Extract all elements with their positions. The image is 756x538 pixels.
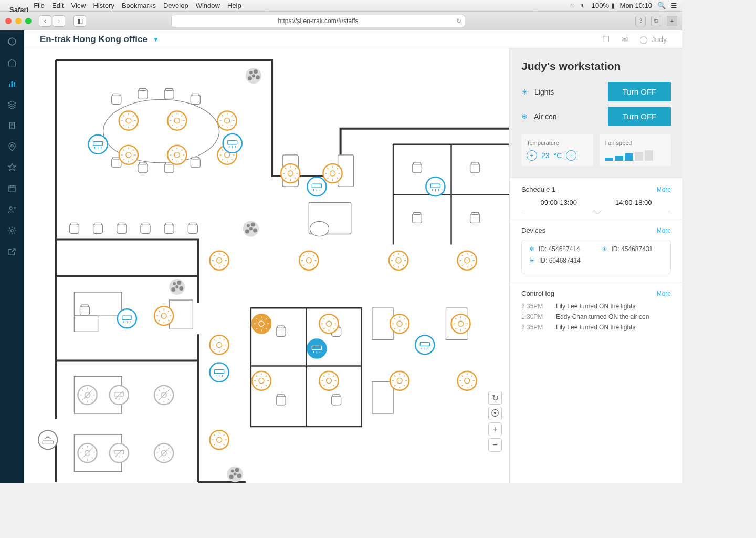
logo-icon[interactable]	[6, 36, 18, 47]
share-button[interactable]: ⇪	[635, 16, 646, 26]
clipboard-icon[interactable]	[6, 120, 18, 131]
calendar-icon[interactable]	[6, 183, 18, 194]
new-tab-button[interactable]: +	[667, 16, 677, 26]
device-item[interactable]: ☀ID: 604687414	[529, 257, 663, 264]
light-icon[interactable]	[390, 315, 409, 334]
forward-button[interactable]: ›	[52, 15, 65, 27]
device-item[interactable]: ☀ID: 454687431	[602, 245, 664, 253]
ac-icon[interactable]	[210, 363, 229, 382]
sidebar-button[interactable]: ◧	[74, 15, 86, 27]
page-title: En-trak Hong Kong office	[40, 34, 148, 45]
refresh-button[interactable]: ↻	[488, 391, 502, 405]
light-icon[interactable]	[119, 146, 138, 164]
light-icon[interactable]	[210, 431, 229, 450]
menu-history[interactable]: History	[93, 2, 114, 9]
light-selected-icon[interactable]	[252, 315, 271, 334]
mail-icon[interactable]: ✉	[621, 34, 628, 44]
light-icon[interactable]	[154, 307, 173, 326]
back-button[interactable]: ‹	[39, 15, 51, 27]
light-off-icon[interactable]	[78, 386, 97, 405]
reload-icon[interactable]: ↻	[456, 17, 461, 25]
svg-point-7	[10, 207, 13, 210]
user-menu[interactable]: ◯ Judy	[639, 35, 667, 44]
ac-toggle-button[interactable]: Turn OFF	[608, 107, 671, 126]
clock[interactable]: Mon 10:10	[620, 2, 652, 9]
devices-more-link[interactable]: More	[657, 227, 671, 234]
ac-selected-icon[interactable]	[307, 339, 326, 358]
zoom-in-button[interactable]: +	[488, 422, 502, 436]
light-icon[interactable]	[167, 146, 186, 164]
location-icon[interactable]	[6, 141, 18, 152]
detail-panel: Judy's workstation ☀Lights Turn OFF ❄Air…	[509, 48, 682, 483]
ac-icon[interactable]	[89, 135, 108, 154]
light-icon[interactable]	[252, 371, 271, 390]
wifi-icon[interactable]: ᯤ	[580, 2, 586, 9]
log-more-link[interactable]: More	[657, 290, 671, 297]
layers-icon[interactable]	[6, 99, 18, 110]
light-icon[interactable]	[210, 336, 229, 355]
menu-develop[interactable]: Develop	[163, 2, 188, 9]
menu-help[interactable]: Help	[227, 2, 242, 9]
spotlight-icon[interactable]: 🔍	[657, 2, 666, 9]
macos-menubar: Safari File Edit View History Bookmarks …	[0, 0, 682, 12]
settings-icon[interactable]	[6, 225, 18, 236]
menu-window[interactable]: Window	[196, 2, 220, 9]
schedule-more-link[interactable]: More	[657, 186, 671, 193]
light-icon[interactable]	[452, 315, 470, 334]
menu-edit[interactable]: Edit	[52, 2, 64, 9]
temp-up-button[interactable]: +	[527, 150, 537, 161]
light-icon: ☀	[602, 245, 607, 253]
user-icon: ◯	[639, 35, 648, 44]
menu-file[interactable]: File	[34, 2, 45, 9]
stats-icon[interactable]	[6, 78, 18, 89]
zoom-out-button[interactable]: −	[488, 438, 502, 452]
locate-button[interactable]: ⦿	[488, 407, 502, 420]
menu-icon[interactable]: ☰	[671, 2, 677, 9]
light-off-icon[interactable]	[154, 444, 173, 463]
menu-bookmarks[interactable]: Bookmarks	[122, 2, 156, 9]
temp-unit: °C	[554, 151, 562, 160]
tabs-button[interactable]: ⧉	[651, 16, 662, 26]
light-icon[interactable]	[281, 164, 300, 183]
ac-off-icon[interactable]	[110, 444, 129, 463]
light-icon[interactable]	[319, 315, 338, 334]
router-icon[interactable]	[38, 431, 57, 450]
light-icon[interactable]	[323, 164, 342, 183]
light-icon[interactable]	[389, 251, 408, 270]
svg-rect-40	[372, 382, 393, 413]
battery-status[interactable]: 100% ▮	[592, 2, 615, 9]
ac-icon[interactable]	[223, 134, 242, 153]
ac-icon[interactable]	[426, 177, 445, 196]
light-icon[interactable]	[458, 371, 477, 390]
dropdown-caret[interactable]: ▼	[153, 36, 159, 43]
light-icon[interactable]	[458, 251, 477, 270]
ac-icon[interactable]	[415, 336, 434, 355]
light-icon[interactable]	[390, 371, 409, 390]
light-icon[interactable]	[218, 111, 237, 130]
external-icon[interactable]	[6, 246, 18, 257]
light-icon[interactable]	[167, 111, 186, 130]
light-icon[interactable]	[210, 251, 229, 270]
light-off-icon[interactable]	[78, 444, 97, 463]
bookmark-icon[interactable]: ☐	[602, 34, 610, 44]
home-icon[interactable]	[6, 57, 18, 68]
menu-view[interactable]: View	[71, 2, 86, 9]
ac-icon[interactable]	[118, 309, 136, 328]
users-icon[interactable]	[6, 204, 18, 215]
bluetooth-icon[interactable]: ⎋	[570, 2, 574, 9]
temp-down-button[interactable]: −	[566, 150, 576, 161]
floorplan-canvas[interactable]: ↻ ⦿ + −	[24, 48, 509, 483]
lights-toggle-button[interactable]: Turn OFF	[608, 82, 671, 101]
light-icon[interactable]	[319, 371, 338, 390]
device-item[interactable]: ❄ID: 454687414	[529, 245, 591, 253]
ac-icon[interactable]	[307, 177, 326, 196]
window-controls[interactable]	[5, 18, 32, 24]
ac-off-icon[interactable]	[110, 386, 129, 405]
light-icon[interactable]	[119, 111, 138, 130]
alert-icon[interactable]	[6, 162, 18, 173]
url-bar[interactable]: https://sl.en-trak.com/#/staffs ↻	[171, 15, 465, 27]
fan-speed-control[interactable]	[605, 150, 666, 161]
light-icon[interactable]	[299, 251, 318, 270]
svg-point-33	[310, 222, 329, 236]
light-off-icon[interactable]	[154, 386, 173, 405]
